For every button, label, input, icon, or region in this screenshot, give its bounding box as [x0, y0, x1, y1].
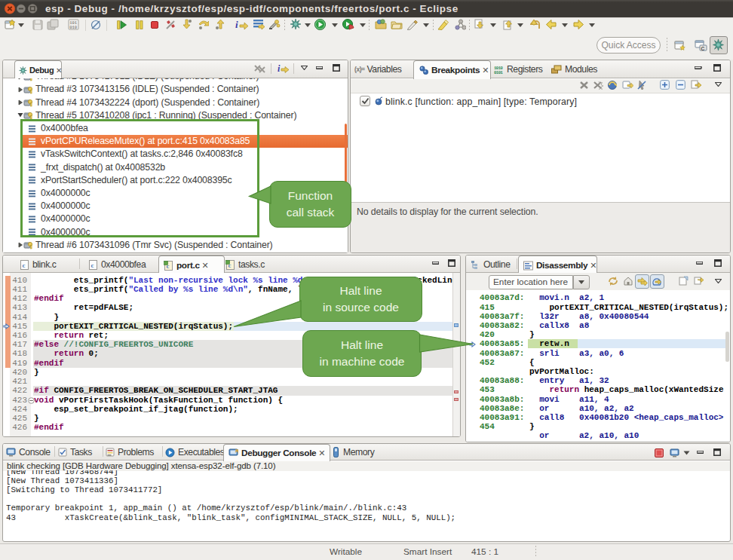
svg-text:i: i [278, 63, 281, 74]
svg-text:C: C [701, 46, 705, 51]
svg-text:010: 010 [69, 25, 77, 30]
svg-text:i: i [235, 19, 238, 30]
svg-text:0101: 0101 [494, 69, 504, 74]
svg-text:c: c [23, 262, 26, 269]
svg-text:c: c [91, 262, 94, 269]
